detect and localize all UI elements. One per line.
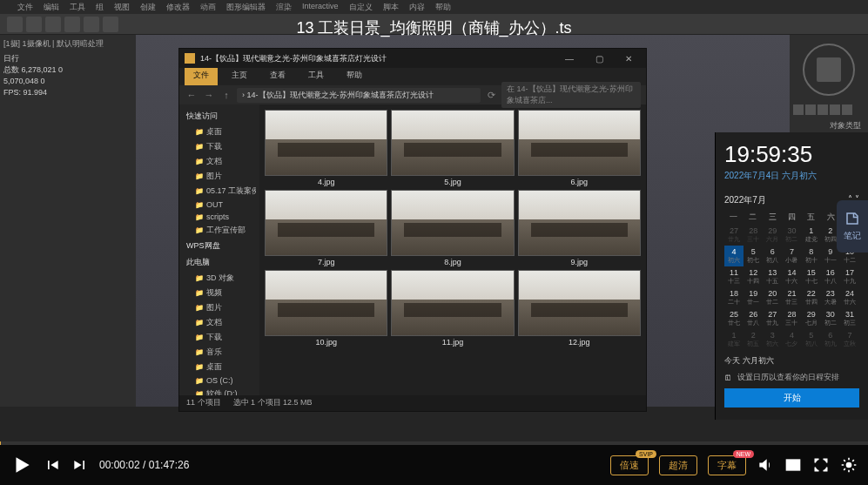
sidebar-item[interactable]: scripts xyxy=(183,211,256,223)
menu-item[interactable]: 脚本 xyxy=(383,2,399,12)
sidebar-thispc[interactable]: 此电脑 xyxy=(183,254,256,271)
tab-view[interactable]: 查看 xyxy=(261,68,294,85)
swatch[interactable] xyxy=(830,104,840,115)
sidebar-item[interactable]: 桌面 xyxy=(183,360,256,374)
calendar-start-button[interactable]: 开始 xyxy=(724,388,859,408)
play-button[interactable] xyxy=(10,454,33,476)
calendar-day[interactable]: 7小暑 xyxy=(782,246,801,266)
swatch[interactable] xyxy=(805,104,816,115)
sidebar-item[interactable]: 音乐 xyxy=(183,345,256,360)
calendar-day[interactable]: 23大暑 xyxy=(821,287,840,308)
calendar-month[interactable]: 2022年7月 xyxy=(724,194,766,206)
calendar-day[interactable]: 29六月 xyxy=(763,225,782,246)
calendar-day[interactable]: 2初五 xyxy=(744,329,763,350)
calendar-day[interactable]: 24廿六 xyxy=(840,287,859,308)
menu-item[interactable]: 帮助 xyxy=(435,2,451,12)
swatch[interactable] xyxy=(842,104,852,115)
calendar-day[interactable]: 1建党 xyxy=(802,225,821,246)
nav-up-icon[interactable]: ↑ xyxy=(219,90,233,100)
calendar-day[interactable]: 18二十 xyxy=(724,287,744,308)
calendar-day[interactable]: 19廿一 xyxy=(744,287,763,308)
menu-item[interactable]: 动画 xyxy=(200,2,216,12)
sidebar-item[interactable]: 文档 xyxy=(183,154,256,169)
menu-item[interactable]: 内容 xyxy=(409,2,425,12)
file-thumbnail[interactable]: 4.jpg xyxy=(265,110,387,186)
sidebar-item[interactable]: 桌面 xyxy=(183,125,256,139)
menu-item[interactable]: 视图 xyxy=(114,2,130,12)
sidebar-item[interactable]: 图片 xyxy=(183,169,256,184)
speed-button[interactable]: 倍速SVIP xyxy=(610,455,649,475)
volume-button[interactable] xyxy=(757,456,774,474)
calendar-day[interactable]: 16十八 xyxy=(821,266,840,287)
menu-item[interactable]: Interactive xyxy=(302,2,339,12)
calendar-day[interactable]: 1建军 xyxy=(724,329,744,350)
calendar-day[interactable]: 11十三 xyxy=(724,266,744,287)
calendar-day[interactable]: 12十四 xyxy=(744,266,763,287)
clock-date[interactable]: 2022年7月4日 六月初六 xyxy=(724,170,859,182)
sidebar-item[interactable]: 图片 xyxy=(183,300,256,315)
notes-side-button[interactable]: 笔记 xyxy=(837,200,868,253)
menu-item[interactable]: 工具 xyxy=(70,2,85,12)
calendar-day[interactable]: 8初十 xyxy=(802,246,821,266)
settings-button[interactable] xyxy=(840,456,858,474)
calendar-day[interactable]: 25廿七 xyxy=(724,308,744,329)
calendar-day[interactable]: 27廿九 xyxy=(724,225,744,246)
sidebar-quick-access[interactable]: 快速访问 xyxy=(183,108,256,125)
calendar-day[interactable]: 29七月 xyxy=(802,308,821,329)
calendar-day[interactable]: 3初六 xyxy=(763,329,782,350)
menu-item[interactable]: 修改器 xyxy=(166,2,190,12)
minimize-button[interactable]: — xyxy=(557,51,582,66)
menu-item[interactable]: 组 xyxy=(96,2,104,12)
tab-tools[interactable]: 工具 xyxy=(299,68,333,85)
calendar-day[interactable]: 4初六 xyxy=(724,246,744,266)
nav-fwd-icon[interactable]: → xyxy=(202,90,216,100)
file-thumbnail[interactable]: 10.jpg xyxy=(265,270,387,347)
sidebar-item[interactable]: 视频 xyxy=(183,286,256,300)
sidebar-item[interactable]: 下载 xyxy=(183,139,256,154)
calendar-day[interactable]: 15十七 xyxy=(802,266,821,287)
pip-button[interactable] xyxy=(784,456,802,474)
menu-item[interactable]: 编辑 xyxy=(44,2,59,12)
calendar-day[interactable]: 28三十 xyxy=(744,225,763,246)
explorer-titlebar[interactable]: 14-【饮品】现代潮意之光-苏州印象城喜茶店灯光设计 — ▢ ✕ xyxy=(179,49,646,68)
breadcrumb[interactable]: › 14-【饮品】现代潮意之光-苏州印象城喜茶店灯光设计 xyxy=(237,88,481,103)
calendar-day[interactable]: 27廿九 xyxy=(763,308,782,329)
calendar-day[interactable]: 4七夕 xyxy=(782,329,801,350)
calendar-day[interactable]: 17十九 xyxy=(840,266,859,287)
calendar-today-line[interactable]: 今天 六月初六 xyxy=(724,355,859,367)
nav-back-icon[interactable]: ← xyxy=(185,90,198,100)
calendar-day[interactable]: 22廿四 xyxy=(802,287,821,308)
file-thumbnail[interactable]: 9.jpg xyxy=(518,190,641,266)
close-button[interactable]: ✕ xyxy=(616,51,641,66)
calendar-day[interactable]: 5初七 xyxy=(744,246,763,266)
tab-file[interactable]: 文件 xyxy=(185,68,218,85)
sidebar-item[interactable]: 软件 (D:) xyxy=(183,387,256,395)
sidebar-item[interactable]: OS (C:) xyxy=(183,374,256,387)
calendar-day[interactable]: 28三十 xyxy=(782,308,801,329)
sidebar-item[interactable]: 05.17 工装案例PS xyxy=(183,184,256,199)
calendar-day[interactable]: 26廿八 xyxy=(744,308,763,329)
swatch[interactable] xyxy=(793,104,804,115)
calendar-day[interactable]: 30初二 xyxy=(782,225,801,246)
calendar-day[interactable]: 6初九 xyxy=(821,329,840,350)
calendar-day[interactable]: 20廿二 xyxy=(763,287,782,308)
prev-button[interactable] xyxy=(44,456,61,474)
tab-help[interactable]: 帮助 xyxy=(338,68,371,85)
progress-bar[interactable] xyxy=(0,441,868,445)
calendar-day[interactable]: 6初八 xyxy=(763,246,782,266)
calendar-day[interactable]: 31初三 xyxy=(840,308,859,329)
menu-item[interactable]: 文件 xyxy=(17,2,33,12)
sidebar-wps[interactable]: WPS网盘 xyxy=(183,238,256,254)
file-thumbnail[interactable]: 6.jpg xyxy=(518,110,641,186)
calendar-day[interactable]: 5初八 xyxy=(802,329,821,350)
calendar-day[interactable]: 7立秋 xyxy=(840,329,859,350)
file-thumbnail[interactable]: 8.jpg xyxy=(391,190,514,266)
menu-item[interactable]: 创建 xyxy=(140,2,156,12)
calendar-day[interactable]: 14十六 xyxy=(782,266,801,287)
calendar-day[interactable]: 21廿三 xyxy=(782,287,801,308)
sidebar-item[interactable]: 文档 xyxy=(183,315,256,330)
sidebar-item[interactable]: 工作宣传部 xyxy=(183,223,256,238)
swatch[interactable] xyxy=(818,104,828,115)
subtitle-button[interactable]: 字幕NEW xyxy=(708,455,746,475)
sidebar-item[interactable]: 下载 xyxy=(183,330,256,345)
